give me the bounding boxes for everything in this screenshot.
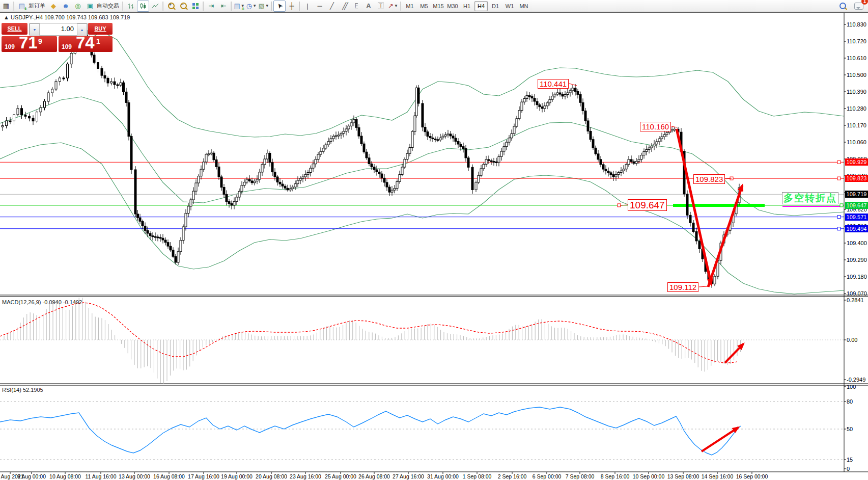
gold-icon[interactable]: ◆ [47,1,60,12]
sell-price-big: 71 [19,33,38,52]
price-callout[interactable]: 110.160 [640,122,671,131]
time-axis-label[interactable]: 9 Aug 00:00 [17,473,46,479]
crosshair-icon[interactable]: ┼ [286,1,298,12]
auto-scroll-icon[interactable]: ⇥ [205,1,217,12]
buy-price-box[interactable]: 109 74 1 [59,36,113,52]
time-axis-label[interactable]: 2 Sep 16:00 [498,473,527,479]
search-icon[interactable] [836,1,849,12]
time-axis-label[interactable]: 6 Sep 00:00 [533,473,562,479]
time-axis-label[interactable]: 7 Sep 08:00 [566,473,595,479]
time-axis-label[interactable]: 13 Sep 08:00 [667,473,699,479]
timeframe-button-m30[interactable]: M30 [446,1,459,11]
rsi-level-label: 15 [847,457,853,463]
price-tick: 110.170 [847,122,866,128]
time-axis-label[interactable]: 13 Aug 00:00 [119,473,150,479]
time-axis-label[interactable]: 10 Sep 00:00 [633,473,664,479]
line-chart-icon[interactable] [149,1,161,12]
price-tick: 109.070 [847,290,867,297]
chart-canvas[interactable] [0,0,868,480]
time-axis-label[interactable]: 16 Aug 08:00 [153,473,185,479]
cursor-icon[interactable]: ➤ [273,1,286,12]
price-callout[interactable]: 109.647 [628,199,667,211]
time-axis-label[interactable]: 25 Aug 00:00 [325,473,356,479]
vertical-line-icon[interactable]: | [301,1,314,12]
market-watch-icon[interactable]: ☻ [60,1,72,12]
tile-windows-icon[interactable] [189,1,202,12]
rsi-level-label: 50 [847,426,853,432]
candlestick-chart-icon[interactable] [137,1,149,12]
price-badge: 109.719 [845,191,868,198]
timeframe-button-mn[interactable]: MN [517,1,530,11]
separator [299,2,300,11]
separator [203,2,204,11]
rsi-label: RSI(14) 52.1905 [2,387,43,393]
note-annotation[interactable]: 多空转折点 [782,192,838,204]
timeframe-button-d1[interactable]: D1 [489,1,502,11]
chart-profile-icon[interactable]: ▦ [0,1,12,12]
text-label-icon[interactable]: T [375,1,387,12]
symbol-header: ▲ USDJPY-,H4 109.700 109.743 109.683 109… [4,14,130,20]
channel-icon[interactable]: ╱╱ [338,1,350,12]
time-axis-label[interactable]: 14 Sep 16:00 [702,473,733,479]
time-axis-label[interactable]: 1 Sep 08:00 [463,473,492,479]
timeframe-button-h1[interactable]: H1 [460,1,473,11]
time-axis-label[interactable]: 11 Aug 16:00 [85,473,116,479]
fibonacci-icon[interactable]: F [350,1,362,12]
zoom-in-icon[interactable]: + [165,1,177,12]
timeframe-button-m5[interactable]: M5 [417,1,431,11]
timeframe-button-h4[interactable]: H4 [474,1,488,11]
price-tick: 109.180 [847,274,867,280]
volume-value[interactable]: 1.00 [40,23,77,35]
time-axis-label[interactable]: 27 Aug 16:00 [393,473,424,479]
zoom-out-icon[interactable]: − [177,1,189,12]
new-order-icon[interactable]: ▤+ [16,1,28,12]
time-axis-label[interactable]: 20 Aug 08:00 [256,473,287,479]
time-axis-label[interactable]: 10 Aug 08:00 [49,473,81,479]
time-axis-label[interactable]: 23 Aug 16:00 [290,473,321,479]
broadcast-icon[interactable]: ◎ [72,1,84,12]
chart-shift-icon[interactable]: ⇤ [217,1,230,12]
timeframe-button-m15[interactable]: M15 [432,1,445,11]
sell-price-pip: 9 [38,37,42,45]
buy-price-handle: 109 [62,43,72,50]
bar-chart-icon[interactable] [125,1,137,12]
time-axis-label[interactable]: 19 Aug 00:00 [221,473,253,479]
price-tick: 110.500 [847,72,866,78]
horizontal-line-icon[interactable]: ─ [314,1,326,12]
rsi-level-label: 80 [847,398,853,405]
trendline-icon[interactable]: ╱ [326,1,338,12]
time-axis-label[interactable]: 26 Aug 08:00 [358,473,390,479]
arrows-tool-icon[interactable]: ↗▼ [387,1,399,12]
macd-level-label: 0.2841 [847,297,864,303]
time-axis-label[interactable]: 8 Sep 16:00 [601,473,630,479]
price-tick: 110.060 [847,139,866,145]
separator [231,2,232,11]
time-axis-label[interactable]: 31 Aug 00:00 [427,473,459,479]
price-badge: 109.647 [845,202,868,209]
price-badge: 109.929 [845,158,868,166]
auto-trading-icon[interactable]: ▣ [84,1,96,12]
time-axis-label[interactable]: 17 Aug 16:00 [188,473,219,479]
mt4-terminal: { "toolbar": { "new_order_label": "新订单",… [0,0,868,480]
buy-price-big: 74 [76,33,95,52]
indicators-icon[interactable]: ▤+▼ [233,1,245,12]
sell-price-box[interactable]: 109 71 9 [2,36,57,52]
price-callout[interactable]: 110.441 [538,79,569,89]
timeframe-button-w1[interactable]: W1 [503,1,516,11]
separator [271,2,272,11]
price-tick: 110.390 [847,89,866,95]
time-axis-label[interactable]: 16 Sep 00:00 [736,473,768,479]
price-callout[interactable]: 109.823 [693,174,725,184]
templates-icon[interactable]: ▧▼ [258,1,270,12]
price-callout[interactable]: 109.112 [667,282,698,292]
periods-icon[interactable]: ◷▼ [245,1,258,12]
text-icon[interactable]: A [362,1,375,12]
auto-trading-label[interactable]: 自动交易 [97,2,119,10]
chat-icon[interactable]: 1 [853,1,865,12]
price-tick: 110.830 [847,21,866,28]
new-order-label[interactable]: 新订单 [29,2,45,10]
price-badge: 109.823 [845,175,868,182]
timeframe-button-m1[interactable]: M1 [403,1,416,11]
macd-label: MACD(12,26,9) -0.0940 -0.1492 [2,299,82,305]
price-badge: 109.571 [845,214,868,221]
